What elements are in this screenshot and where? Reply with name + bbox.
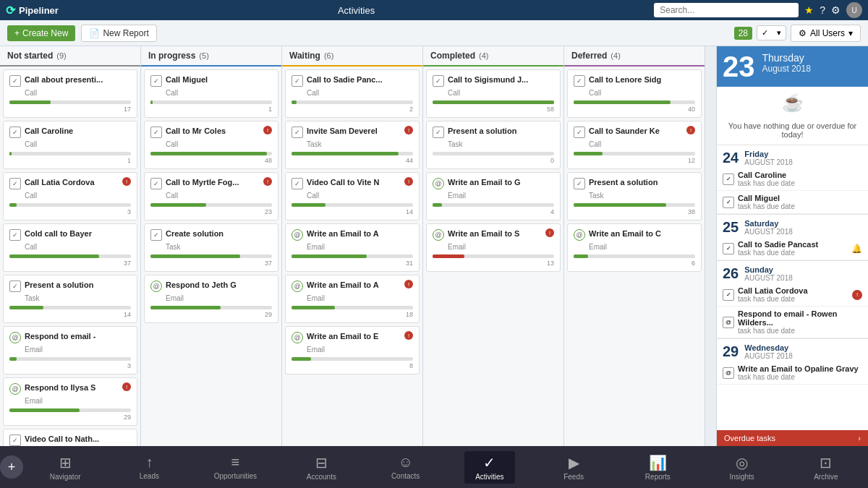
card-progress-num: 23: [150, 208, 272, 215]
overdue-bar[interactable]: Overdue tasks ›: [717, 430, 868, 446]
nav-label-opportunities: Opportunities: [214, 472, 257, 480]
card-progress: 12: [574, 152, 695, 164]
calendar-day-header: 25 Saturday AUGUST 2018: [717, 215, 868, 237]
card-title: Write an Email to S: [448, 228, 542, 239]
settings-icon[interactable]: ⚙: [831, 4, 841, 16]
nav-label-navigator: Navigator: [50, 473, 81, 481]
list-item[interactable]: ✓ Present a solution Task 38: [567, 172, 702, 221]
card-type-icon: @: [292, 332, 303, 343]
list-item[interactable]: ✓ Create solution Task 37: [144, 223, 278, 272]
nav-item-insights[interactable]: ◎ Insights: [717, 451, 767, 484]
card-type-label: Email: [166, 294, 272, 302]
list-item[interactable]: ✓ Video Call to Vite N ! Call 14: [285, 172, 420, 221]
all-users-label: All Users: [810, 28, 845, 38]
card-type-label: Call: [25, 243, 131, 251]
list-item[interactable]: @ Respond to Jeth G Email 29: [144, 275, 278, 323]
list-item[interactable]: ✓ Call Latia Cordova ! Call 3: [3, 172, 137, 221]
card-title: Write an Email to A: [307, 280, 401, 290]
nav-item-leads[interactable]: ↑ Leads: [124, 451, 174, 483]
calendar-day-name: Wednesday: [744, 343, 793, 352]
list-item[interactable]: @ Write an Email to C Email 6: [567, 223, 702, 272]
card-progress: 17: [9, 100, 131, 113]
alert-dot-icon: !: [263, 177, 272, 186]
list-item[interactable]: @ Write an Email to E ! Email 8: [285, 326, 420, 374]
col-header-waiting: Waiting (6): [282, 46, 422, 67]
list-item[interactable]: ✓ Present a solution Task 14: [3, 275, 137, 323]
nav-item-contacts[interactable]: ☺ Contacts: [380, 451, 431, 483]
card-progress-num: 4: [433, 208, 554, 215]
calendar-task[interactable]: @ Write an Email to Opaline Gravy task h…: [717, 361, 868, 385]
calendar-day-month: AUGUST 2018: [744, 228, 793, 236]
nav-item-reports[interactable]: 📊 Reports: [632, 451, 683, 484]
nav-item-activities[interactable]: ✓ Activities: [464, 451, 515, 484]
list-item[interactable]: ✓ Call to Sigismund J... Call 58: [426, 69, 561, 118]
card-title: Respond to Jeth G: [166, 280, 272, 290]
user-dropdown[interactable]: ⚙ All Users ▾: [791, 25, 861, 42]
card-title: Call to Myrtle Fog...: [166, 177, 260, 187]
card-progress-num: 40: [574, 106, 695, 113]
card-type-icon: ✓: [574, 127, 585, 138]
list-item[interactable]: ✓ Call to Saunder Ke ! Call 12: [567, 121, 702, 169]
nav-item-navigator[interactable]: ⊞ Navigator: [40, 451, 90, 484]
list-item[interactable]: @ Respond to Ilysa S ! Email 29: [3, 377, 137, 426]
list-item[interactable]: @ Write an Email to A Email 31: [285, 223, 420, 272]
card-title: Call to Saunder Ke: [589, 126, 683, 136]
dropdown-arrow-icon: ▾: [848, 28, 853, 38]
calendar-task[interactable]: ✓ Call Latia Cordova task has due date !: [717, 283, 868, 307]
search-input[interactable]: [654, 3, 799, 17]
col-cards-in-progress: ✓ Call Miguel Call 1 ✓ Call to Mr Coles …: [141, 67, 281, 446]
calendar-task[interactable]: ✓ Call to Sadie Pancast task has due dat…: [717, 237, 868, 260]
list-item[interactable]: ✓ Call to Myrtle Fog... ! Call 23: [144, 172, 278, 221]
card-progress-num: 3: [9, 362, 131, 369]
list-item[interactable]: ✓ Invite Sam Deverel ! Task 44: [285, 121, 420, 169]
nav-item-opportunities[interactable]: ≡ Opportunities: [208, 451, 263, 483]
list-item[interactable]: ✓ Call to Sadie Panc... Call 2: [285, 69, 420, 118]
list-item[interactable]: ✓ Call Caroline Call 1: [3, 121, 137, 169]
nav-item-accounts[interactable]: ⊟ Accounts: [296, 451, 346, 484]
card-progress: 2: [292, 100, 413, 113]
star-icon[interactable]: ★: [804, 4, 814, 16]
list-item[interactable]: ✓ Call to Lenore Sidg Call 40: [567, 69, 702, 118]
check-icon[interactable]: ✓: [757, 26, 773, 40]
col-cards-not-started: ✓ Call about presenti... Call 17 ✓ Call …: [0, 67, 140, 446]
card-progress: 37: [9, 254, 131, 267]
card-type-label: Task: [307, 140, 413, 148]
kanban-col-not-started: Not started (9) ✓ Call about presenti...…: [0, 46, 141, 446]
card-type-icon: ✓: [150, 127, 162, 138]
nav-label-leads: Leads: [140, 472, 159, 480]
new-report-button[interactable]: 📄 New Report: [81, 25, 156, 42]
calendar-task[interactable]: ✓ Call Caroline task has due date: [717, 168, 868, 191]
cal-task-subtitle: task has due date: [738, 295, 848, 303]
card-progress: 14: [292, 203, 413, 215]
check-group[interactable]: ✓ ▾: [757, 25, 786, 40]
avatar[interactable]: U: [846, 2, 862, 18]
nav-item-feeds[interactable]: ▶ Feeds: [548, 451, 599, 484]
calendar-task[interactable]: ✓ Call Miguel task has due date: [717, 191, 868, 214]
cal-task-type-icon: ✓: [723, 289, 734, 301]
list-item[interactable]: ✓ Call about presenti... Call 17: [3, 69, 137, 118]
list-item[interactable]: ✓ Call Miguel Call 1: [144, 69, 278, 118]
list-item[interactable]: ✓ Present a solution Task 0: [426, 121, 561, 169]
list-item[interactable]: ✓ Video Call to Nath... Call 23: [3, 429, 137, 446]
card-type-label: Task: [448, 140, 554, 148]
list-item[interactable]: @ Write an Email to S ! Email 13: [426, 223, 561, 272]
calendar-day-number: 25: [723, 219, 739, 236]
card-progress-num: 1: [9, 157, 131, 164]
list-item[interactable]: ✓ Call to Mr Coles ! Call 48: [144, 121, 278, 169]
calendar-task[interactable]: @ Respond to email - Rowen Wilders... ta…: [717, 307, 868, 338]
cal-task-subtitle: task has due date: [738, 179, 862, 187]
help-icon[interactable]: ?: [820, 4, 825, 16]
card-type-icon: @: [9, 332, 21, 343]
cal-task-subtitle: task has due date: [738, 249, 848, 257]
nav-label-insights: Insights: [729, 473, 754, 481]
list-item[interactable]: @ Write an Email to G Email 4: [426, 172, 561, 221]
calendar-day-section-24: 24 Friday AUGUST 2018 ✓ Call Caroline ta…: [717, 145, 868, 214]
list-item[interactable]: @ Respond to email - Email 3: [3, 326, 137, 374]
nav-add-button[interactable]: +: [0, 455, 23, 479]
chevron-down-icon[interactable]: ▾: [773, 26, 786, 40]
list-item[interactable]: @ Write an Email to A ! Email 18: [285, 275, 420, 323]
list-item[interactable]: ✓ Cold call to Bayer Call 37: [3, 223, 137, 272]
nav-item-archive[interactable]: ⊡ Archive: [801, 451, 851, 484]
create-new-button[interactable]: + Create New: [7, 25, 75, 41]
cal-task-title: Call Latia Cordova: [738, 286, 848, 295]
